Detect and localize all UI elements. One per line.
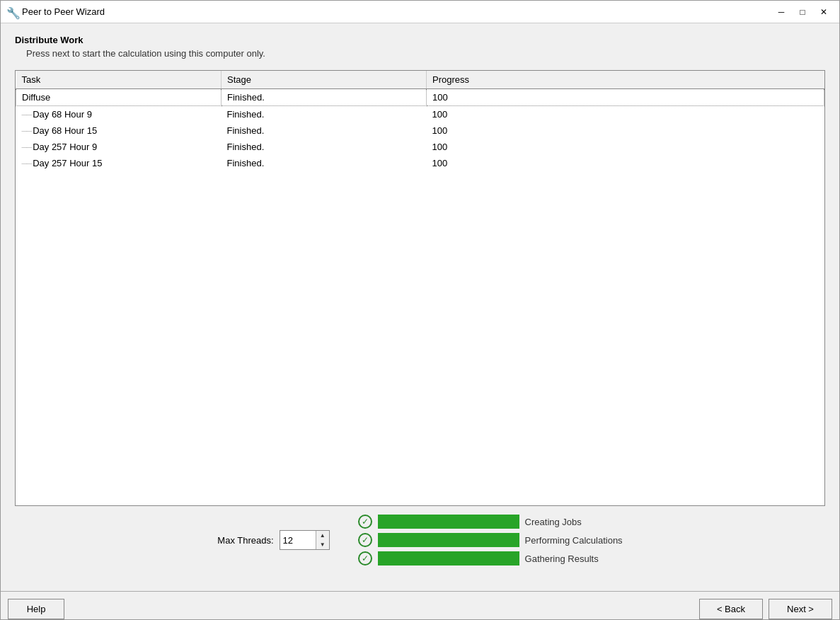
footer-divider [1, 591, 839, 592]
progress-cell: 100 [427, 89, 824, 106]
task-table-container: Task Stage Progress DiffuseFinished.100─… [15, 70, 825, 506]
stage-cell: Finished. [221, 89, 427, 106]
task-cell: ── Day 68 Hour 9 [16, 106, 221, 123]
back-button[interactable]: < Back [699, 599, 763, 619]
table-row: ── Day 257 Hour 9Finished.100 [16, 139, 824, 155]
col-header-task: Task [16, 71, 221, 89]
col-header-stage: Stage [221, 71, 427, 89]
progress-bar-label-3: Gathering Results [525, 553, 599, 564]
progress-bar-label-1: Creating Jobs [525, 517, 582, 527]
task-cell: ── Day 257 Hour 9 [16, 139, 221, 155]
task-cell: ── Day 68 Hour 15 [16, 122, 221, 139]
help-button[interactable]: Help [8, 599, 64, 619]
threads-input-wrap: ▲ ▼ [280, 530, 330, 550]
check-icon-1: ✓ [358, 515, 372, 529]
table-row: DiffuseFinished.100 [16, 89, 824, 106]
progress-bar-label-2: Performing Calculations [525, 535, 623, 546]
content-area: Distribute Work Press next to start the … [1, 23, 839, 591]
check-icon-2: ✓ [358, 533, 372, 547]
footer-buttons: Help < Back Next > [1, 599, 839, 619]
stage-cell: Finished. [221, 106, 427, 123]
window-icon: 🔧 [6, 6, 18, 18]
progress-bar-1 [378, 515, 519, 529]
minimize-button[interactable]: ─ [771, 4, 791, 20]
progress-bar-row-2: ✓ Performing Calculations [358, 533, 623, 547]
table-row: ── Day 257 Hour 15Finished.100 [16, 155, 824, 171]
progress-cell: 100 [427, 139, 824, 155]
window-controls: ─ □ ✕ [771, 4, 834, 20]
max-threads-label: Max Threads: [217, 535, 273, 546]
progress-cell: 100 [427, 106, 824, 123]
stage-cell: Finished. [221, 139, 427, 155]
task-table: Task Stage Progress DiffuseFinished.100─… [16, 71, 824, 171]
maximize-button[interactable]: □ [793, 4, 812, 20]
progress-cell: 100 [427, 122, 824, 139]
window-title: Peer to Peer Wizard [22, 6, 771, 17]
table-body: DiffuseFinished.100── Day 68 Hour 9Finis… [16, 89, 824, 172]
footer: Help < Back Next > [1, 591, 839, 619]
progress-bars-group: ✓ Creating Jobs ✓ Performing Calculation… [358, 515, 623, 566]
col-header-progress: Progress [427, 71, 824, 89]
progress-bar-3 [378, 551, 519, 566]
task-cell: Diffuse [16, 89, 221, 106]
main-window: 🔧 Peer to Peer Wizard ─ □ ✕ Distribute W… [0, 0, 840, 620]
check-icon-3: ✓ [358, 551, 372, 566]
progress-bar-row-3: ✓ Gathering Results [358, 551, 623, 566]
progress-bar-2 [378, 533, 519, 547]
table-row: ── Day 68 Hour 15Finished.100 [16, 122, 824, 139]
table-row: ── Day 68 Hour 9Finished.100 [16, 106, 824, 123]
stage-cell: Finished. [221, 155, 427, 171]
progress-bar-row-1: ✓ Creating Jobs [358, 515, 623, 529]
bottom-panel: Max Threads: ▲ ▼ ✓ Creating Jobs [15, 506, 825, 580]
section-subtitle: Press next to start the calculation usin… [26, 48, 825, 59]
max-threads-input[interactable] [280, 531, 316, 549]
task-cell: ── Day 257 Hour 15 [16, 155, 221, 171]
table-header-row: Task Stage Progress [16, 71, 824, 89]
progress-cell: 100 [427, 155, 824, 171]
title-bar: 🔧 Peer to Peer Wizard ─ □ ✕ [1, 1, 839, 23]
status-row: Max Threads: ▲ ▼ ✓ Creating Jobs [15, 515, 825, 566]
max-threads-group: Max Threads: ▲ ▼ [217, 530, 329, 550]
nav-buttons: < Back Next > [699, 599, 832, 619]
threads-up-button[interactable]: ▲ [316, 531, 329, 540]
next-button[interactable]: Next > [769, 599, 832, 619]
threads-down-button[interactable]: ▼ [316, 540, 329, 549]
stage-cell: Finished. [221, 122, 427, 139]
section-title: Distribute Work [15, 35, 825, 45]
close-button[interactable]: ✕ [814, 4, 834, 20]
threads-spinner: ▲ ▼ [316, 531, 329, 549]
